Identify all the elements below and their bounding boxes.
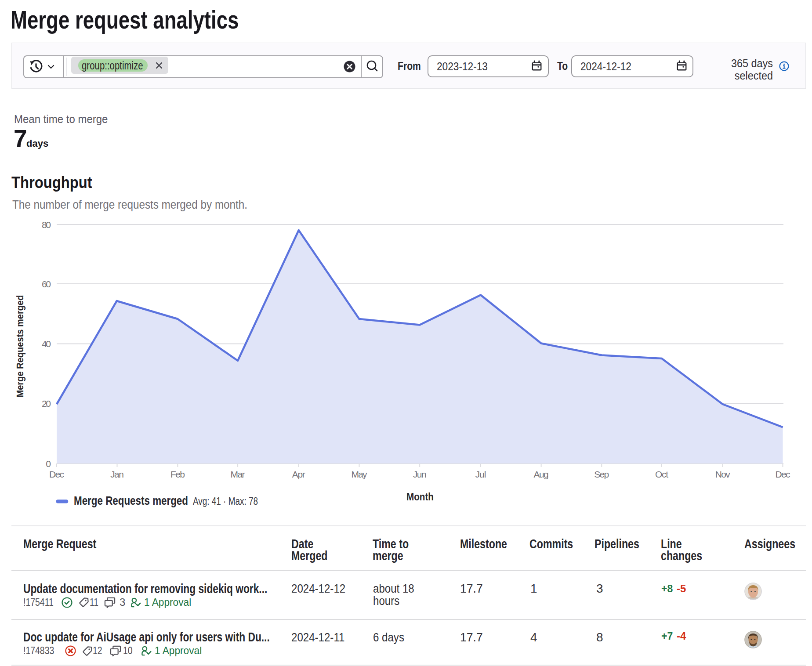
svg-text:Nov: Nov (715, 469, 731, 479)
svg-text:Dec: Dec (49, 469, 64, 479)
svg-text:Merge Requests merged: Merge Requests merged (74, 494, 188, 507)
svg-text:Apr: Apr (292, 469, 305, 479)
svg-text:Aug: Aug (534, 469, 549, 479)
svg-text:0: 0 (46, 459, 51, 469)
svg-text:Month: Month (406, 491, 434, 503)
svg-text:60: 60 (42, 279, 51, 289)
svg-text:Merge Requests merged: Merge Requests merged (14, 295, 25, 398)
svg-text:Jun: Jun (413, 469, 427, 479)
svg-text:Feb: Feb (170, 469, 185, 479)
svg-text:Oct: Oct (655, 469, 668, 479)
svg-text:80: 80 (42, 220, 51, 230)
svg-text:May: May (352, 469, 368, 479)
svg-text:Avg: 41 · Max: 78: Avg: 41 · Max: 78 (193, 496, 258, 507)
svg-text:Jul: Jul (475, 469, 486, 479)
svg-text:20: 20 (42, 398, 51, 409)
svg-text:40: 40 (42, 339, 51, 349)
svg-text:Mar: Mar (231, 469, 245, 479)
svg-text:Dec: Dec (776, 469, 790, 479)
svg-text:Sep: Sep (594, 469, 609, 479)
svg-text:Jan: Jan (110, 469, 124, 479)
